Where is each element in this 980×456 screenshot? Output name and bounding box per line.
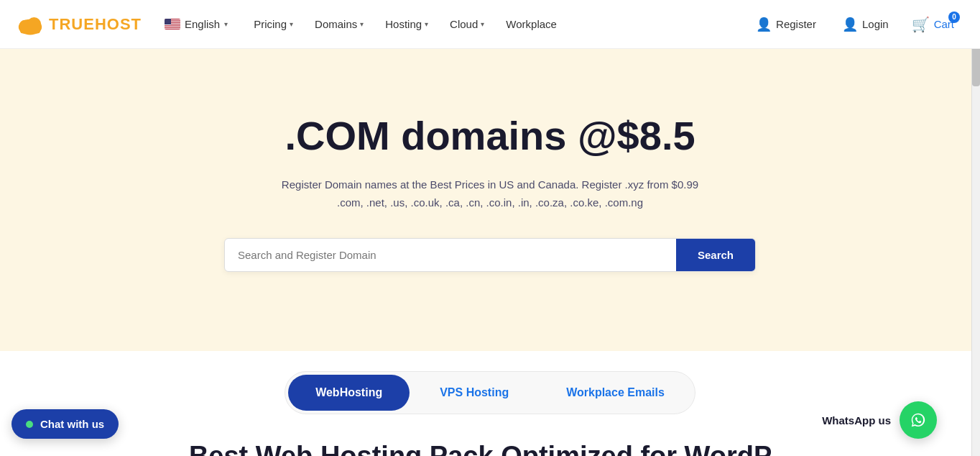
tab-workplace-emails[interactable]: Workplace Emails [539,375,692,411]
svg-rect-3 [20,27,41,33]
cart-button[interactable]: 0 🛒 Cart [903,10,963,39]
login-button[interactable]: 👤 Login [831,11,900,38]
search-input[interactable] [225,239,676,271]
chat-label: Chat with us [40,418,104,430]
chat-online-indicator [26,421,33,428]
hero-subtitle: Register Domain names at the Best Prices… [274,175,706,212]
svg-point-12 [908,410,928,430]
chat-widget[interactable]: Chat with us [11,409,119,439]
whatsapp-section: WhatsApp us [822,401,937,439]
hosting-chevron-icon: ▾ [425,20,428,28]
nav-links: Pricing ▾ Domains ▾ Hosting ▾ Cloud ▾ Wo… [245,14,565,35]
login-icon: 👤 [842,17,858,32]
navbar: TRUEHOST English ▾ Pricing ▾ Domains ▾ H… [0,0,980,49]
hero-section: .COM domains @$8.5 Register Domain names… [0,49,980,351]
tabs-wrapper: WebHosting VPS Hosting Workplace Emails [285,371,695,414]
logo[interactable]: TRUEHOST [17,12,142,37]
nav-cloud[interactable]: Cloud ▾ [441,14,493,35]
nav-workplace[interactable]: Workplace [497,14,565,35]
svg-rect-10 [165,28,180,29]
hero-title: .COM domains @$8.5 [285,114,695,158]
whatsapp-label: WhatsApp us [822,414,891,427]
domains-chevron-icon: ▾ [360,20,364,28]
cart-icon: 🛒 [912,16,930,33]
search-button[interactable]: Search [676,239,755,271]
nav-pricing[interactable]: Pricing ▾ [245,14,302,35]
domain-search-bar: Search [224,238,756,272]
whatsapp-button[interactable] [900,401,937,439]
section-title: Best Web Hosting Pack Optimized for Word… [189,424,791,456]
scrollbar[interactable] [971,0,980,456]
pricing-chevron-icon: ▾ [290,20,293,28]
nav-actions: 👤 Register 👤 Login 0 🛒 Cart [744,10,963,39]
lang-label: English [185,18,220,30]
register-button[interactable]: 👤 Register [744,11,828,38]
language-selector[interactable]: English ▾ [165,18,228,30]
cart-badge: 0 [948,12,960,23]
brand-name: TRUEHOST [49,15,142,34]
nav-hosting[interactable]: Hosting ▾ [376,14,437,35]
tab-webhosting[interactable]: WebHosting [288,375,410,411]
nav-domains[interactable]: Domains ▾ [306,14,372,35]
svg-rect-8 [165,24,180,25]
cloud-chevron-icon: ▾ [481,20,484,28]
svg-rect-9 [165,26,180,27]
register-icon: 👤 [756,17,772,32]
tab-vps-hosting[interactable]: VPS Hosting [412,375,536,411]
lang-chevron-icon: ▾ [224,20,228,28]
svg-rect-11 [165,19,171,24]
